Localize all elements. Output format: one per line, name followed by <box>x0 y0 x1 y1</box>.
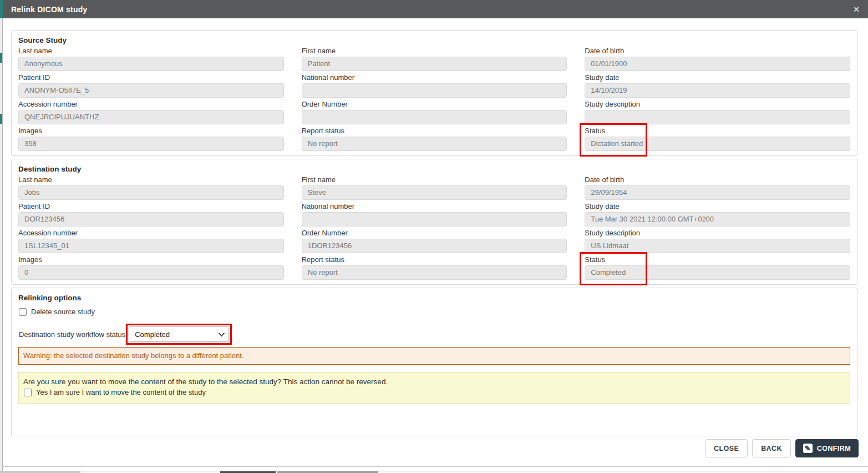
source-first-name-input: Patient <box>302 57 567 71</box>
destination-status-field: Status Completed <box>585 255 850 280</box>
field-label: Study date <box>585 73 850 82</box>
workflow-status-select-wrap: Completed <box>129 326 229 342</box>
field-label: National number <box>302 73 567 82</box>
dialog-footer: CLOSE BACK ✎ CONFIRM <box>705 439 859 457</box>
destination-last-name-field: Last name Jobs <box>18 175 284 200</box>
field-label: Images <box>18 255 284 264</box>
destination-last-name-input: Jobs <box>18 185 284 200</box>
source-patient-id-input: ANONYM-O5II7E_5 <box>18 83 284 98</box>
destination-report-status-field: Report status No report <box>302 255 567 280</box>
source-national-number-field: National number <box>302 73 567 98</box>
destination-images-field: Images 0 <box>18 255 284 280</box>
delete-source-study-row: Delete source study <box>19 308 850 316</box>
workflow-status-row: Destination study workflow status Comple… <box>19 326 850 342</box>
field-label: Status <box>585 255 850 264</box>
delete-source-study-checkbox[interactable] <box>19 308 27 316</box>
destination-study-heading: Destination study <box>18 163 850 173</box>
field-label: Patient ID <box>18 202 284 210</box>
workflow-status-selected-value: Completed <box>135 330 170 339</box>
source-date-of-birth-field: Date of birth 01/01/1900 <box>585 47 850 71</box>
confirmation-banner: Are you sure you want to move the conten… <box>18 372 850 404</box>
source-study-heading: Source Study <box>18 34 850 44</box>
destination-accession-number-input: 1SL12345_01 <box>18 239 284 253</box>
source-study-description-input <box>585 110 850 124</box>
destination-col-3: Date of birth 29/09/1954 Study date Tue … <box>585 173 850 280</box>
field-label: Date of birth <box>585 47 850 55</box>
confirmation-checkbox-row: Yes I am sure I want to move the content… <box>24 388 845 397</box>
delete-source-study-label: Delete source study <box>31 308 95 316</box>
destination-study-date-field: Study date Tue Mar 30 2021 12:00:00 GMT+… <box>585 202 850 227</box>
relinking-options-panel: Relinking options Delete source study De… <box>11 288 857 436</box>
source-col-1: Last name Anonymous Patient ID ANONYM-O5… <box>18 44 284 151</box>
destination-national-number-input <box>302 212 567 227</box>
destination-order-number-field: Order Number 1DOR123456 <box>302 229 567 253</box>
destination-study-date-input: Tue Mar 30 2021 12:00:00 GMT+0200 <box>585 212 850 227</box>
chevron-down-icon <box>219 330 225 336</box>
destination-patient-id-input: DOR123456 <box>18 212 284 227</box>
field-label: Report status <box>302 255 567 264</box>
confirmation-checkbox[interactable] <box>24 389 32 396</box>
destination-first-name-input: Steve <box>302 185 567 200</box>
field-label: Last name <box>18 47 284 55</box>
source-status-input: Dictation started <box>585 137 850 151</box>
source-study-grid: Last name Anonymous Patient ID ANONYM-O5… <box>18 44 850 151</box>
source-date-of-birth-input: 01/01/1900 <box>585 57 850 71</box>
source-first-name-field: First name Patient <box>302 47 567 71</box>
source-study-panel: Source Study Last name Anonymous Patient… <box>11 30 857 156</box>
source-last-name-input: Anonymous <box>18 57 284 71</box>
workflow-status-label: Destination study workflow status <box>19 330 125 339</box>
source-report-status-input: No report <box>302 137 567 151</box>
source-report-status-field: Report status No report <box>302 127 567 151</box>
source-col-2: First name Patient National number Order… <box>302 44 567 151</box>
warning-banner: Warning: the selected destination study … <box>18 347 850 365</box>
destination-national-number-field: National number <box>302 202 567 227</box>
destination-date-of-birth-input: 29/09/1954 <box>585 185 850 200</box>
source-accession-number-field: Accession number QNEJRCIPUJUANTHZ <box>18 100 284 124</box>
destination-study-description-input: US Lidmaat <box>585 239 850 253</box>
destination-accession-number-field: Accession number 1SL12345_01 <box>18 229 284 253</box>
close-button[interactable]: CLOSE <box>705 439 748 457</box>
field-label: Accession number <box>18 100 284 108</box>
source-order-number-field: Order Number <box>302 100 567 124</box>
source-order-number-input <box>302 110 567 124</box>
field-label: Study description <box>585 100 850 108</box>
workflow-status-select[interactable]: Completed <box>129 326 229 342</box>
destination-col-2: First name Steve National number Order N… <box>302 173 567 280</box>
field-label: Status <box>585 127 850 135</box>
confirmation-question: Are you sure you want to move the conten… <box>23 378 845 386</box>
source-last-name-field: Last name Anonymous <box>18 47 284 71</box>
edit-pencil-icon: ✎ <box>803 444 813 453</box>
destination-study-grid: Last name Jobs Patient ID DOR123456 Acce… <box>18 173 850 280</box>
background-app-bottom-strip <box>0 471 868 473</box>
field-label: Accession number <box>18 229 284 237</box>
warning-text: Warning: the selected destination study … <box>23 351 243 360</box>
source-study-description-field: Study description <box>585 100 850 124</box>
field-label: Images <box>18 127 284 135</box>
field-label: First name <box>302 47 567 55</box>
destination-images-input: 0 <box>18 265 284 280</box>
dialog-title: Relink DICOM study <box>11 5 87 14</box>
confirm-button[interactable]: ✎ CONFIRM <box>795 439 859 457</box>
confirm-button-label: CONFIRM <box>817 445 851 452</box>
source-study-date-field: Study date 14/10/2019 <box>585 73 850 98</box>
destination-col-1: Last name Jobs Patient ID DOR123456 Acce… <box>18 173 284 280</box>
source-national-number-input <box>302 83 567 98</box>
field-label: Date of birth <box>585 175 850 184</box>
field-label: First name <box>302 175 567 184</box>
close-icon[interactable]: ✕ <box>853 6 860 13</box>
field-label: Last name <box>18 175 284 184</box>
source-status-field: Status Dictation started <box>585 127 850 151</box>
source-patient-id-field: Patient ID ANONYM-O5II7E_5 <box>18 73 284 98</box>
background-teal-mark <box>0 53 2 63</box>
destination-date-of-birth-field: Date of birth 29/09/1954 <box>585 175 850 200</box>
confirmation-checkbox-label: Yes I am sure I want to move the content… <box>36 388 206 397</box>
dialog-body: Source Study Last name Anonymous Patient… <box>3 18 868 467</box>
relinking-options-heading: Relinking options <box>18 291 850 302</box>
destination-status-input: Completed <box>585 265 850 280</box>
field-label: Study date <box>585 202 850 210</box>
destination-order-number-input: 1DOR123456 <box>302 239 567 253</box>
destination-study-description-field: Study description US Lidmaat <box>585 229 850 253</box>
destination-patient-id-field: Patient ID DOR123456 <box>18 202 284 227</box>
back-button[interactable]: BACK <box>752 439 791 457</box>
dialog-titlebar: Relink DICOM study ✕ <box>3 0 868 18</box>
